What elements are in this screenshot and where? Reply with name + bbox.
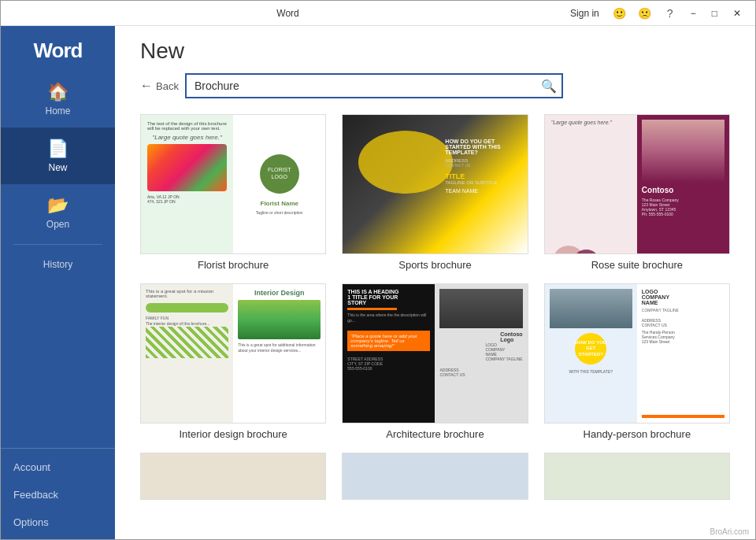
florist-quote: "Large quote goes here."	[147, 134, 227, 141]
arch-body-text: This is the area where the the descripti…	[347, 313, 430, 324]
arch-street-address: STREET ADDRESSCITY, ST ZIP CODE555-555-0…	[347, 357, 430, 371]
template-item-partial-2[interactable]	[342, 453, 528, 500]
minimize-button[interactable]: −	[686, 6, 701, 20]
template-thumb-architecture: THIS IS A HEADING1 TITLE FOR YOURSTORY T…	[342, 283, 528, 423]
sidebar-item-options[interactable]: Options	[1, 509, 115, 536]
template-thumb-partial-1	[140, 453, 326, 500]
sports-title-big: TITLE	[445, 172, 500, 180]
search-icon[interactable]: 🔍	[541, 79, 557, 94]
florist-text: The text of the design of this brochure …	[147, 121, 227, 131]
interior-pattern	[146, 327, 228, 358]
interior-heading: Interior Design	[238, 289, 321, 297]
handy-circle-badge: HOW DO YOUGET STARTED?	[575, 333, 606, 364]
arch-quote-box: "Place a quote here or add your company'…	[347, 331, 430, 351]
back-label: Back	[156, 80, 179, 92]
new-icon: 📄	[47, 139, 69, 159]
arch-heading: THIS IS A HEADING1 TITLE FOR YOURSTORY	[347, 289, 430, 305]
template-item-florist[interactable]: The text of the design of this brochure …	[140, 114, 326, 271]
templates-grid: The text of the design of this brochure …	[140, 114, 730, 440]
maximize-button[interactable]: □	[707, 6, 722, 20]
sidebar-item-feedback[interactable]: Feedback	[1, 481, 115, 509]
sports-label: Sports brochure	[342, 259, 528, 271]
signin-button[interactable]: Sign in	[565, 6, 604, 20]
template-thumb-florist: The text of the design of this brochure …	[140, 114, 326, 254]
rose-address: The Roses Company123 Main StreetAnytown,…	[642, 198, 724, 216]
handy-extra-text: The Handy-PersonServices Company123 Main…	[642, 330, 724, 344]
handyperson-label: Handy-person brochure	[544, 428, 730, 440]
rose-right-panel: Contoso The Roses Company123 Main Street…	[637, 115, 729, 253]
sidebar-bottom: Account Feedback Options	[1, 448, 115, 540]
handy-orange-stripe	[642, 415, 724, 418]
back-button[interactable]: ← Back	[140, 79, 179, 93]
sidebar-item-history[interactable]: History	[1, 248, 115, 281]
interior-green-bar	[146, 303, 228, 313]
template-thumb-sports: HOW DO YOU GETSTARTED WITH THISTEMPLATE?…	[342, 114, 528, 254]
interior-desc-text: This is a great spot for additional info…	[238, 342, 321, 353]
template-item-architecture[interactable]: THIS IS A HEADING1 TITLE FOR YOURSTORY T…	[342, 283, 528, 440]
sports-contact: CONTACT US	[445, 163, 500, 168]
templates-area: The text of the design of this brochure …	[115, 108, 755, 540]
rose-flowers-image	[642, 120, 724, 183]
handy-template-hint: WITH THIS TEMPLATE?	[550, 369, 632, 374]
help-button[interactable]: ?	[661, 4, 680, 23]
app-logo: Word	[1, 26, 115, 71]
emoji-frown-icon[interactable]: 🙁	[636, 4, 654, 23]
interior-plant-image	[238, 300, 321, 339]
template-item-rose[interactable]: "Large quote goes here." Contoso The Ros…	[544, 114, 730, 271]
template-item-handyperson[interactable]: HOW DO YOUGET STARTED? WITH THIS TEMPLAT…	[544, 283, 730, 440]
title-bar: Word Sign in 🙂 🙁 ? − □ ✕	[1, 1, 755, 26]
florist-preview: The text of the design of this brochure …	[141, 115, 325, 253]
close-button[interactable]: ✕	[728, 6, 746, 20]
florist-tagline: Tagline or short description	[256, 210, 303, 215]
handy-tools-image	[550, 289, 632, 328]
template-thumb-rose: "Large quote goes here." Contoso The Ros…	[544, 114, 730, 254]
page-title: New	[140, 39, 730, 64]
search-input-wrapper: 🔍	[185, 73, 563, 98]
title-bar-title: Word	[10, 8, 565, 19]
architecture-preview: THIS IS A HEADING1 TITLE FOR YOURSTORY T…	[343, 284, 527, 423]
search-bar: ← Back 🔍	[140, 73, 730, 98]
interior-preview: This is a great spot for a mission state…	[141, 284, 325, 423]
florist-contact: Aria, VA 12 JP ON474, 321 JP ON	[147, 194, 227, 204]
architecture-label: Architecture brochure	[342, 428, 528, 440]
florist-flowers-decoration	[147, 144, 227, 191]
sidebar-item-home-label: Home	[45, 105, 70, 117]
interior-tagline: This is a great spot for a mission state…	[146, 289, 228, 298]
sports-oval-decoration	[358, 131, 453, 194]
sidebar-item-account[interactable]: Account	[1, 453, 115, 481]
sports-subtitle: TAGLINE OR SUBTITLE	[445, 180, 500, 185]
rose-preview: "Large quote goes here." Contoso The Ros…	[545, 115, 729, 253]
florist-label: Florist brochure	[140, 259, 326, 271]
main-header: New ← Back 🔍	[115, 26, 755, 108]
template-item-interior[interactable]: This is a great spot for a mission state…	[140, 283, 326, 440]
handy-left-panel: HOW DO YOUGET STARTED? WITH THIS TEMPLAT…	[545, 284, 637, 423]
handy-tagline: COMPANY TAGLINE	[642, 308, 724, 313]
arch-logo-block: ContosoLogo LOGOCOMPANYNAMECOMPANY TAGLI…	[439, 331, 522, 361]
arch-left-panel: THIS IS A HEADING1 TITLE FOR YOURSTORY T…	[343, 284, 435, 423]
interior-right-panel: Interior Design This is a great spot for…	[233, 284, 325, 423]
rose-quote: "Large quote goes here."	[550, 120, 632, 125]
back-arrow-icon: ←	[140, 79, 153, 93]
sidebar-item-history-label: History	[43, 259, 72, 270]
nav-separator	[13, 244, 102, 245]
florist-left-panel: The text of the design of this brochure …	[141, 115, 233, 253]
template-item-sports[interactable]: HOW DO YOU GETSTARTED WITH THISTEMPLATE?…	[342, 114, 528, 271]
rose-brand: Contoso	[642, 186, 724, 194]
watermark: BroAri.com	[710, 527, 749, 536]
emoji-smile-icon[interactable]: 🙂	[610, 4, 629, 23]
sports-preview: HOW DO YOU GETSTARTED WITH THISTEMPLATE?…	[343, 115, 527, 253]
arch-right-panel: ContosoLogo LOGOCOMPANYNAMECOMPANY TAGLI…	[435, 284, 527, 423]
sidebar-item-open[interactable]: 📂 Open	[1, 184, 115, 241]
template-thumb-partial-2	[342, 453, 528, 500]
main-content: New ← Back 🔍 The	[115, 26, 755, 540]
title-bar-controls: Sign in 🙂 🙁 ? − □ ✕	[565, 4, 746, 23]
app-container: Word 🏠 Home 📄 New 📂 Open History Account…	[1, 26, 755, 540]
handy-address: ADDRESSCONTACT US	[642, 318, 724, 327]
arch-quote-text: "Place a quote here or add your company'…	[350, 334, 427, 348]
sidebar-item-home[interactable]: 🏠 Home	[1, 71, 115, 128]
template-item-partial-3[interactable]	[544, 453, 730, 500]
search-input[interactable]	[185, 73, 563, 98]
template-thumb-handyperson: HOW DO YOUGET STARTED? WITH THIS TEMPLAT…	[544, 283, 730, 423]
template-item-partial-1[interactable]	[140, 453, 326, 500]
sidebar-item-new[interactable]: 📄 New	[1, 128, 115, 184]
